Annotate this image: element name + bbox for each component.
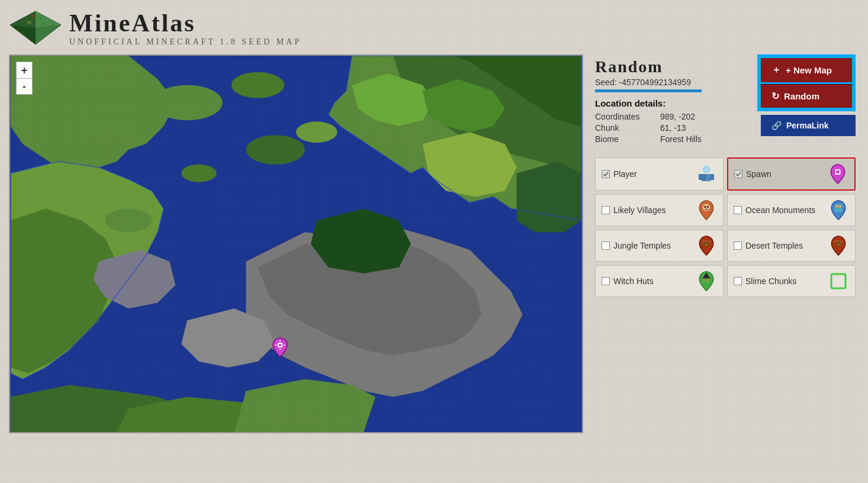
map-svg: [10, 56, 582, 432]
layer-player[interactable]: Player: [595, 157, 724, 191]
svg-rect-50: [702, 278, 711, 279]
header: MineAtlas Unofficial Minecraft 1.8 Seed …: [9, 6, 859, 51]
chunk-value: 61, -13: [660, 123, 686, 133]
svg-rect-29: [704, 206, 706, 208]
svg-rect-17: [11, 56, 581, 432]
slime-chunks-label: Slime Chunks: [745, 276, 796, 286]
layer-spawn[interactable]: Spawn: [727, 157, 856, 191]
spawn-checkbox[interactable]: [734, 170, 742, 178]
coordinates-value: 989, -202: [660, 112, 695, 121]
plus-icon: ＋: [771, 64, 781, 76]
layer-ocean-monuments[interactable]: Ocean Monuments: [727, 194, 856, 226]
svg-rect-27: [836, 170, 839, 173]
svg-rect-30: [707, 206, 709, 208]
monuments-checkbox[interactable]: [734, 206, 742, 214]
refresh-icon: ↻: [771, 91, 779, 102]
right-buttons: ＋ + New Map ↻ Random 🔗 PermaLink: [757, 54, 856, 136]
random-label: Random: [784, 91, 819, 101]
biome-value: Forest Hills: [660, 134, 702, 144]
seed-bar: [595, 89, 702, 92]
sidebar: Random Seed: -457704992134959 Location d…: [583, 54, 867, 297]
monuments-label: Ocean Monuments: [745, 205, 815, 215]
slime-chunks-checkbox[interactable]: [734, 277, 742, 285]
svg-point-36: [839, 205, 841, 207]
biome-label: Biome: [595, 134, 648, 144]
new-map-button[interactable]: ＋ + New Map: [759, 56, 854, 84]
app-title: MineAtlas: [69, 9, 301, 37]
header-text: MineAtlas Unofficial Minecraft 1.8 Seed …: [69, 9, 301, 47]
player-icon: [696, 163, 717, 185]
svg-rect-7: [27, 21, 31, 24]
spawn-label: Spawn: [746, 169, 771, 179]
spawn-marker: [272, 337, 288, 360]
seed-section: Random Seed: -457704992134959: [595, 54, 757, 92]
villages-label: Likely Villages: [613, 205, 666, 215]
permalink-label: PermaLink: [786, 121, 829, 130]
slime-chunks-icon: [828, 271, 849, 292]
svg-rect-24: [699, 174, 702, 180]
layer-slime-chunks[interactable]: Slime Chunks: [727, 265, 856, 297]
biome-row: Biome Forest Hills: [595, 134, 757, 144]
layer-witch-huts[interactable]: Witch Huts: [595, 265, 724, 297]
link-icon: 🔗: [771, 121, 782, 130]
map-button-group: ＋ + New Map ↻ Random: [757, 54, 856, 111]
new-map-label: + New Map: [786, 65, 832, 75]
svg-rect-8: [41, 22, 45, 25]
svg-rect-22: [702, 174, 706, 181]
location-title: Location details:: [595, 98, 757, 108]
svg-point-35: [836, 205, 838, 207]
desert-temples-label: Desert Temples: [745, 241, 803, 250]
layer-jungle-temples[interactable]: Jungle Temples: [595, 230, 724, 262]
monuments-icon: [828, 199, 849, 221]
zoom-out-button[interactable]: -: [16, 78, 33, 95]
chunk-label: Chunk: [595, 123, 648, 133]
jungle-temples-label: Jungle Temples: [613, 241, 671, 250]
desert-temples-checkbox[interactable]: [734, 242, 742, 250]
location-details: Location details: Coordinates 989, -202 …: [595, 98, 757, 144]
svg-rect-31: [705, 209, 708, 210]
coordinates-row: Coordinates 989, -202: [595, 112, 757, 121]
svg-rect-37: [836, 208, 840, 210]
witch-huts-icon: [696, 271, 717, 292]
map-name: Random: [595, 57, 757, 76]
seed-value: Seed: -457704992134959: [595, 78, 757, 87]
random-button[interactable]: ↻ Random: [759, 84, 854, 110]
layer-controls: Player: [595, 157, 856, 297]
svg-rect-51: [831, 274, 846, 288]
app-subtitle: Unofficial Minecraft 1.8 Seed Map: [69, 37, 301, 47]
svg-rect-25: [711, 174, 714, 180]
jungle-temples-icon: [696, 235, 717, 256]
witch-huts-label: Witch Huts: [613, 276, 654, 286]
coordinates-label: Coordinates: [595, 112, 648, 121]
main-content: + - Random Seed: -45770: [9, 54, 859, 433]
villages-icon: [696, 199, 717, 221]
svg-rect-19: [279, 344, 281, 346]
layer-desert-temples[interactable]: Desert Temples: [727, 230, 856, 262]
map-container[interactable]: + -: [9, 54, 583, 433]
witch-huts-checkbox[interactable]: [602, 277, 610, 285]
svg-rect-5: [31, 15, 35, 18]
chunk-row: Chunk 61, -13: [595, 123, 757, 133]
player-label: Player: [613, 169, 637, 179]
permalink-button[interactable]: 🔗 PermaLink: [761, 115, 856, 136]
svg-rect-6: [38, 17, 41, 20]
desert-temples-icon: [828, 235, 849, 256]
villages-checkbox[interactable]: [602, 206, 610, 214]
zoom-in-button[interactable]: +: [16, 62, 33, 78]
svg-point-41: [706, 243, 708, 245]
logo-icon: [9, 10, 62, 46]
svg-point-45: [838, 243, 840, 245]
jungle-temples-checkbox[interactable]: [602, 242, 610, 250]
layer-likely-villages[interactable]: Likely Villages: [595, 194, 724, 226]
player-checkbox[interactable]: [602, 170, 610, 178]
zoom-controls: + -: [16, 62, 33, 95]
spawn-icon: [827, 163, 848, 185]
svg-point-23: [704, 167, 709, 172]
